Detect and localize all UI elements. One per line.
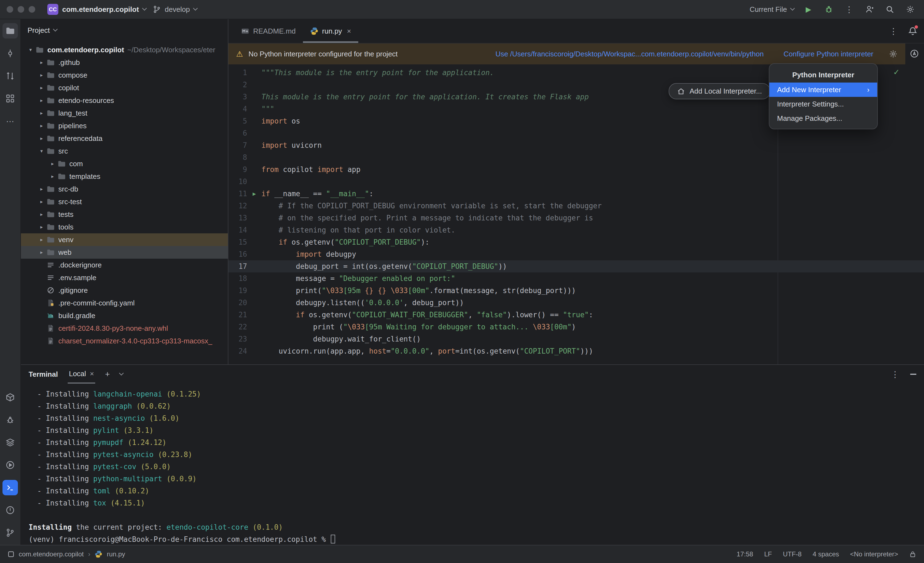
more-tool-windows-button[interactable]: ⋯	[3, 113, 18, 129]
tree-chevron-icon[interactable]: ▸	[38, 249, 46, 255]
line-number[interactable]: 11	[228, 188, 247, 200]
more-actions-button[interactable]: ⋮	[843, 3, 855, 15]
tree-chevron-icon[interactable]: ▸	[48, 161, 57, 167]
tree-chevron-icon[interactable]: ▸	[38, 211, 46, 218]
tree-chevron-icon[interactable]: ▸	[38, 224, 46, 230]
add-user-button[interactable]	[864, 3, 876, 15]
tree-chevron-icon[interactable]: ▸	[48, 173, 57, 179]
ai-assistant-icon[interactable]	[910, 49, 919, 59]
run-button[interactable]: ▶	[802, 3, 814, 15]
python-console-tool-button[interactable]	[3, 412, 18, 428]
line-number[interactable]: 1	[228, 67, 247, 79]
commit-tool-button[interactable]	[3, 46, 18, 61]
tree-item-gitignore[interactable]: .gitignore	[21, 284, 228, 297]
tree-item-github[interactable]: ▸.github	[21, 56, 228, 69]
tree-item-lang-test[interactable]: ▸lang_test	[21, 107, 228, 119]
terminal-output[interactable]: - Installing langchain-openai (0.1.25) -…	[21, 384, 924, 545]
line-number[interactable]: 23	[228, 333, 247, 345]
branch-widget[interactable]: develop	[153, 5, 197, 14]
line-number[interactable]: 13	[228, 212, 247, 224]
structure-tool-button[interactable]	[3, 91, 18, 106]
zoom-window-button[interactable]	[28, 6, 35, 13]
project-tree[interactable]: ▾com.etendoerp.copilot~/Desktop/Workspac…	[21, 41, 228, 347]
version-control-tool-button[interactable]	[3, 525, 18, 540]
lock-icon[interactable]	[909, 551, 916, 558]
problems-tool-button[interactable]	[3, 503, 18, 518]
tree-item-venv[interactable]: ▸venv	[21, 233, 228, 246]
tree-item-tests[interactable]: ▸tests	[21, 208, 228, 221]
use-interpreter-link[interactable]: Use /Users/franciscoroig/Desktop/Workspa…	[495, 50, 764, 59]
minimize-window-button[interactable]	[18, 6, 24, 13]
tree-item-src[interactable]: ▾src	[21, 145, 228, 158]
menu-item-add-new-interpreter[interactable]: Add New Interpreter ›	[770, 83, 877, 97]
tree-item-src-test[interactable]: ▸src-test	[21, 195, 228, 208]
line-number[interactable]: 2	[228, 79, 247, 91]
pull-request-tool-button[interactable]	[3, 68, 18, 84]
file-encoding[interactable]: UTF-8	[783, 550, 801, 558]
line-number[interactable]: 7	[228, 139, 247, 151]
tree-item-copilot[interactable]: ▸copilot	[21, 81, 228, 94]
line-number[interactable]: 24	[228, 345, 247, 357]
tree-chevron-icon[interactable]: ▸	[38, 237, 46, 243]
tree-chevron-icon[interactable]: ▸	[38, 123, 46, 129]
tab-run-py[interactable]: run.py ×	[303, 19, 358, 43]
line-number[interactable]: 15	[228, 236, 247, 248]
packages-tool-button[interactable]	[3, 390, 18, 405]
indent-setting[interactable]: 4 spaces	[813, 550, 839, 558]
new-terminal-button[interactable]: +	[105, 369, 110, 379]
add-local-interpreter-button[interactable]: Add Local Interpreter...	[669, 83, 770, 99]
configure-interpreter-link[interactable]: Configure Python interpreter	[783, 50, 873, 59]
terminal-tool-button[interactable]	[3, 480, 18, 495]
breadcrumb-project[interactable]: com.etendoerp.copilot	[19, 550, 84, 558]
project-tool-button[interactable]	[3, 23, 18, 39]
line-number[interactable]: 21	[228, 309, 247, 321]
tree-chevron-icon[interactable]: ▾	[38, 148, 46, 154]
tree-item-compose[interactable]: ▸compose	[21, 69, 228, 81]
tree-chevron-icon[interactable]: ▾	[26, 47, 34, 53]
run-tool-button[interactable]	[3, 457, 18, 473]
tree-item-web[interactable]: ▸web	[21, 246, 228, 259]
tree-item-dockerignore[interactable]: .dockerignore	[21, 259, 228, 271]
tree-item-etendo-resources[interactable]: ▸etendo-resources	[21, 94, 228, 107]
breadcrumb-file[interactable]: run.py	[107, 550, 125, 558]
menu-item-manage-packages[interactable]: Manage Packages...	[770, 111, 877, 126]
tree-item-src-db[interactable]: ▸src-db	[21, 183, 228, 195]
tree-item-env-sample[interactable]: .env.sample	[21, 271, 228, 284]
tab-options-button[interactable]: ⋮	[890, 26, 898, 36]
tree-item-templates[interactable]: ▸templates	[21, 170, 228, 183]
terminal-title[interactable]: Terminal	[28, 370, 58, 378]
line-separator[interactable]: LF	[764, 550, 772, 558]
run-configuration-selector[interactable]: Current File	[750, 5, 794, 14]
tree-item-pipelines[interactable]: ▸pipelines	[21, 119, 228, 132]
line-number[interactable]: 19	[228, 285, 247, 297]
tree-chevron-icon[interactable]: ▸	[38, 199, 46, 205]
close-window-button[interactable]	[7, 6, 13, 13]
settings-gear-icon[interactable]	[904, 3, 916, 15]
inspections-ok-icon[interactable]: ✓	[893, 68, 900, 77]
line-number[interactable]: 9	[228, 164, 247, 176]
line-number[interactable]: 14	[228, 224, 247, 236]
terminal-tab-local[interactable]: Local ×	[68, 365, 95, 384]
tree-item-charset-normalizer-3-4-0-cp313-cp313-macosx[interactable]: charset_normalizer-3.4.0-cp313-cp313-mac…	[21, 335, 228, 347]
debug-button[interactable]	[823, 3, 835, 15]
tree-chevron-icon[interactable]: ▸	[38, 110, 46, 116]
tree-chevron-icon[interactable]: ▸	[38, 135, 46, 141]
terminal-options-button[interactable]: ⋮	[891, 369, 899, 379]
tree-chevron-icon[interactable]: ▸	[38, 72, 46, 78]
line-number[interactable]: 8	[228, 151, 247, 164]
services-tool-button[interactable]	[3, 435, 18, 450]
tree-chevron-icon[interactable]: ▸	[38, 98, 46, 104]
hide-terminal-button[interactable]	[910, 374, 916, 375]
tree-chevron-icon[interactable]: ▸	[38, 186, 46, 192]
line-number[interactable]: 10	[228, 176, 247, 188]
close-tab-icon[interactable]: ×	[347, 27, 351, 36]
tree-item-referencedata[interactable]: ▸referencedata	[21, 132, 228, 145]
line-number[interactable]: 20	[228, 297, 247, 309]
notifications-bell-icon[interactable]	[908, 26, 917, 36]
tree-item-certifi-2024-8-30-py3-none-any-whl[interactable]: certifi-2024.8.30-py3-none-any.whl	[21, 322, 228, 335]
interpreter-selector[interactable]: <No interpreter>	[850, 550, 898, 558]
run-line-icon[interactable]: ▶	[247, 188, 261, 200]
tree-chevron-icon[interactable]: ▸	[38, 85, 46, 91]
tree-item-com[interactable]: ▸com	[21, 158, 228, 170]
tree-item-build-gradle[interactable]: build.gradle	[21, 309, 228, 322]
